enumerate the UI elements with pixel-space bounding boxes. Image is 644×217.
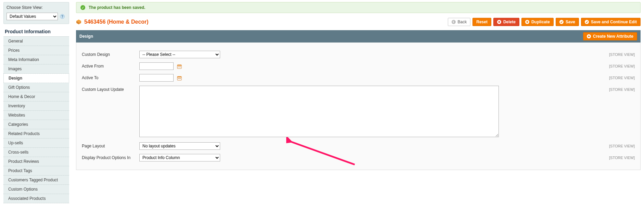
create-new-attribute-label: Create New Attribute [593, 34, 633, 39]
sidebar-tabs: General Prices Meta Information Images D… [3, 36, 69, 203]
label-custom-layout-update: Custom Layout Update [82, 86, 139, 92]
save-check-icon [559, 20, 564, 24]
tab-product-reviews[interactable]: Product Reviews [3, 157, 69, 166]
create-new-attribute-button[interactable]: Create New Attribute [583, 32, 637, 40]
tab-websites[interactable]: Websites [3, 111, 69, 120]
tab-inventory[interactable]: Inventory [3, 101, 69, 111]
tab-related-products[interactable]: Related Products [3, 129, 69, 138]
tab-design[interactable]: Design [3, 74, 69, 83]
store-view-select[interactable]: Default Values [7, 13, 58, 20]
main-content: ✓ The product has been saved. 5463456 (H… [69, 2, 644, 203]
reset-button[interactable]: Reset [472, 18, 491, 26]
scope-active-from: [STORE VIEW] [604, 62, 635, 68]
page-layout-select[interactable]: No layout updates [139, 142, 220, 150]
duplicate-button-label: Duplicate [531, 20, 550, 24]
help-icon[interactable]: ? [60, 14, 65, 19]
back-button[interactable]: Back [448, 18, 471, 26]
delete-button[interactable]: Delete [493, 18, 519, 26]
tab-product-tags[interactable]: Product Tags [3, 166, 69, 176]
row-active-to: Active To [STORE VIEW] [82, 72, 635, 84]
tab-up-sells[interactable]: Up-sells [3, 138, 69, 148]
label-custom-design: Custom Design [82, 51, 139, 57]
active-from-input[interactable] [139, 62, 174, 70]
save-button-label: Save [566, 20, 575, 24]
svg-rect-10 [177, 65, 181, 66]
svg-rect-18 [180, 78, 181, 79]
svg-point-3 [452, 20, 456, 24]
label-display-product-options: Display Product Options In [82, 154, 139, 160]
sidebar: Choose Store View: Default Values ? Prod… [3, 2, 69, 203]
active-to-input[interactable] [139, 74, 174, 82]
scope-page-layout: [STORE VIEW] [604, 142, 635, 148]
scope-display-product-options: [STORE VIEW] [604, 154, 635, 160]
duplicate-plus-icon [525, 20, 529, 24]
svg-rect-15 [177, 76, 181, 77]
label-active-to: Active To [82, 74, 139, 80]
calendar-icon[interactable] [177, 75, 182, 81]
reset-button-label: Reset [476, 20, 488, 24]
store-view-label: Choose Store View: [7, 5, 66, 10]
svg-rect-13 [180, 67, 181, 67]
page-title-row: 5463456 (Home & Decor) Back Reset Delete… [76, 18, 641, 26]
back-arrow-icon [452, 20, 456, 24]
svg-rect-12 [179, 67, 180, 67]
panel-title: Design [79, 34, 93, 39]
panel-body: Custom Design -- Please Select -- [STORE… [76, 43, 641, 170]
tab-images[interactable]: Images [3, 64, 69, 74]
duplicate-button[interactable]: Duplicate [521, 18, 554, 26]
back-button-label: Back [458, 20, 467, 24]
tab-general[interactable]: General [3, 37, 69, 46]
custom-design-select[interactable]: -- Please Select -- [139, 51, 220, 58]
tab-cross-sells[interactable]: Cross-sells [3, 148, 69, 157]
product-title: 5463456 (Home & Decor) [84, 19, 149, 25]
label-page-layout: Page Layout [82, 142, 139, 148]
panel-header: Design Create New Attribute [76, 30, 641, 43]
display-product-options-select[interactable]: Product Info Column [139, 154, 220, 161]
success-check-icon: ✓ [80, 5, 85, 10]
scope-custom-design: [STORE VIEW] [604, 51, 635, 57]
save-continue-check-icon [585, 20, 589, 24]
success-message: ✓ The product has been saved. [76, 2, 641, 13]
store-view-block: Choose Store View: Default Values ? [3, 2, 69, 24]
create-plus-icon [587, 34, 591, 38]
tab-custom-options[interactable]: Custom Options [3, 185, 69, 194]
tab-gift-options[interactable]: Gift Options [3, 83, 69, 92]
svg-rect-16 [178, 78, 179, 79]
svg-rect-11 [178, 67, 179, 67]
tab-customers-tagged-product[interactable]: Customers Tagged Product [3, 176, 69, 185]
tab-categories[interactable]: Categories [3, 120, 69, 129]
tab-home-decor[interactable]: Home & Decor [3, 92, 69, 101]
row-active-from: Active From [STORE VIEW] [82, 60, 635, 72]
calendar-icon[interactable] [177, 64, 182, 69]
product-cube-icon [76, 19, 81, 25]
sidebar-title: Product Information [5, 29, 68, 34]
label-active-from: Active From [82, 62, 139, 69]
tab-meta-information[interactable]: Meta Information [3, 55, 69, 64]
save-continue-button[interactable]: Save and Continue Edit [581, 18, 641, 26]
tab-associated-products[interactable]: Associated Products [3, 194, 69, 203]
row-custom-layout-update: Custom Layout Update [STORE VIEW] [82, 84, 635, 140]
delete-button-label: Delete [503, 20, 516, 24]
success-message-text: The product has been saved. [89, 5, 145, 10]
save-button[interactable]: Save [556, 18, 579, 26]
save-continue-button-label: Save and Continue Edit [591, 20, 637, 24]
design-panel: Design Create New Attribute Custom Desig… [76, 30, 641, 170]
scope-custom-layout-update: [STORE VIEW] [604, 86, 635, 92]
custom-layout-update-textarea[interactable] [139, 86, 499, 137]
delete-icon [497, 20, 501, 24]
svg-rect-17 [179, 78, 180, 79]
scope-active-to: [STORE VIEW] [604, 74, 635, 80]
tab-prices[interactable]: Prices [3, 46, 69, 55]
row-page-layout: Page Layout No layout updates [STORE VIE… [82, 140, 635, 152]
row-custom-design: Custom Design -- Please Select -- [STORE… [82, 49, 635, 60]
row-display-product-options: Display Product Options In Product Info … [82, 152, 635, 164]
action-buttons: Back Reset Delete Duplicate Save [448, 18, 641, 26]
